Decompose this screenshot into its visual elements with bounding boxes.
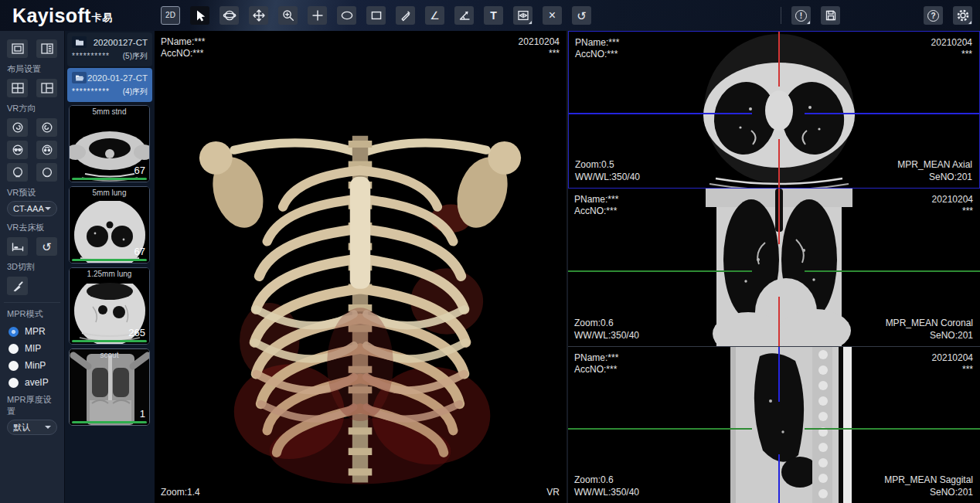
ellipse-tool-button[interactable] (337, 6, 356, 25)
rotate-3d-tool-button[interactable] (219, 6, 239, 25)
pan-icon (252, 8, 266, 22)
crosshair-tool-button[interactable] (308, 6, 327, 25)
overlay-study-date: 20210204 (932, 352, 973, 364)
thumbnail-label: 5mm lung (70, 189, 149, 197)
crosshair-v-line[interactable] (778, 189, 780, 244)
ellipse-tool-icon (340, 8, 354, 22)
mpr-mode-option-mip[interactable]: MIP (9, 343, 57, 354)
text-tool-button[interactable]: T (484, 6, 503, 25)
mpr-thickness-select[interactable]: 默认 (7, 420, 57, 435)
vr-viewport[interactable]: PName:*** AccNO:*** 20210204 *** Zoom:1.… (155, 31, 567, 503)
layout-grid-button[interactable] (7, 79, 28, 97)
thumbnail-image-count: 265 (128, 327, 145, 338)
vr-preset-select[interactable]: CT-AAA (7, 201, 57, 216)
crosshair-v-line[interactable] (778, 297, 780, 346)
pointer-tool-button[interactable] (190, 6, 209, 25)
mpr-mode-option-aveip[interactable]: aveIP (9, 377, 57, 388)
crosshair-v-line[interactable] (778, 347, 780, 402)
crosshair-v-line[interactable] (778, 454, 780, 503)
vr-head-left-button[interactable] (7, 118, 28, 137)
2d-mode-button[interactable]: 2D (161, 6, 180, 25)
mpr-axial-viewport[interactable]: PName:*** AccNO:*** 20210204 *** Zoom:0.… (568, 31, 980, 189)
overlay-zoom: Zoom:0.6 (574, 318, 614, 329)
thumbnail-image-count: 1 (140, 408, 145, 420)
save-button[interactable] (821, 6, 840, 25)
crosshair-v-line[interactable] (778, 32, 780, 87)
rectangle-tool-button[interactable] (366, 6, 386, 25)
folder-closed-icon (72, 36, 87, 48)
study-item[interactable]: 20200127-CT ********** (5)序列 (67, 32, 152, 66)
study-item-selected[interactable]: 2020-01-27-CT ********** (4)序列 (67, 68, 152, 102)
overlay-zoom: Zoom:0.5 (575, 159, 614, 171)
cut-3d-label: 3D切割 (7, 261, 57, 273)
crosshair-h-line[interactable] (805, 270, 980, 272)
thumbnail-image (70, 349, 150, 426)
overlay-render-mode: VR (546, 487, 560, 498)
crosshair-h-line[interactable] (569, 113, 752, 114)
layout-report-button[interactable] (36, 39, 57, 58)
layout-split-button[interactable] (36, 79, 57, 97)
mpr-sagittal-viewport[interactable]: PName:*** AccNO:*** 20210204 *** Zoom:0.… (568, 347, 980, 503)
vr-head-bottom-button[interactable] (36, 163, 57, 182)
crosshair-h-line[interactable] (568, 270, 752, 272)
overlay-masked: *** (962, 206, 973, 217)
save-icon (824, 8, 838, 22)
series-thumbnail-5mm-stnd[interactable]: 5mm stnd 67 (69, 105, 150, 182)
thumbnail-progress-bar (72, 340, 147, 342)
thumbnail-label: scout (70, 351, 149, 359)
study-series-count: (5)序列 (123, 51, 148, 62)
series-info-button[interactable]: ! (791, 6, 811, 25)
vr-head-front-button[interactable] (7, 141, 28, 159)
crosshair-v-line[interactable] (778, 139, 780, 188)
zoom-tool-button[interactable] (278, 6, 298, 25)
app-logo-suffix: 卡易 (92, 12, 113, 23)
angle-icon: ∠ (430, 10, 440, 21)
vr-head-back-button[interactable] (36, 141, 57, 159)
overlay-masked: *** (549, 48, 560, 59)
study-title: 2020-01-27-CT (87, 73, 148, 83)
series-thumbnail-scout[interactable]: scout 1 (69, 348, 150, 426)
vr-head-right-button[interactable] (36, 118, 57, 137)
window-level-tool-button[interactable] (513, 6, 533, 25)
settings-button[interactable] (953, 6, 972, 25)
reset-view-button[interactable]: ↺ (572, 6, 591, 25)
measure-line-tool-button[interactable] (396, 6, 415, 25)
overlay-plane-label: MPR_MEAN Coronal (886, 318, 973, 329)
cobb-angle-tool-button[interactable] (454, 6, 474, 25)
head-left-icon (11, 121, 25, 134)
head-back-icon (40, 144, 54, 157)
remove-bed-button[interactable] (7, 237, 28, 256)
series-thumbnail-5mm-lung[interactable]: 5mm lung 67 (69, 186, 150, 263)
pencil-icon (399, 8, 413, 22)
angle-tool-button[interactable]: ∠ (425, 6, 444, 25)
delete-annotation-button[interactable]: × (543, 6, 562, 25)
help-button[interactable]: ? (924, 6, 943, 25)
scalpel-button[interactable] (7, 277, 28, 295)
series-thumbnail-125mm-lung[interactable]: 1.25mm lung 265 (69, 267, 150, 345)
crosshair-h-line[interactable] (805, 113, 979, 114)
vr-head-top-button[interactable] (7, 163, 28, 182)
bed-reset-button[interactable]: ↺ (36, 237, 57, 256)
sidebar-divider (4, 302, 60, 303)
layout-single-button[interactable] (7, 39, 28, 58)
help-icon: ? (927, 10, 939, 22)
radio-label: aveIP (25, 377, 49, 388)
overlay-study-date: 20210204 (932, 194, 973, 206)
mpr-coronal-viewport[interactable]: PName:*** AccNO:*** 20210204 *** Zoom:0.… (568, 189, 980, 347)
mpr-mode-option-minp[interactable]: MinP (9, 360, 57, 371)
thumbnail-progress-bar (72, 178, 147, 180)
submenu-indicator (807, 21, 810, 24)
crosshair-h-line[interactable] (805, 428, 980, 430)
pointer-icon (193, 8, 207, 22)
vr-ribcage-render (194, 104, 526, 498)
overlay-series-number: SeNO:201 (930, 487, 973, 498)
overlay-window-level: WW/WL:350/40 (575, 172, 640, 183)
thumbnail-label: 1.25mm lung (70, 270, 149, 278)
submenu-indicator (529, 21, 532, 24)
crosshair-h-line[interactable] (568, 428, 752, 430)
rectangle-tool-icon (369, 8, 383, 22)
pan-tool-button[interactable] (249, 6, 268, 25)
radio-icon (9, 361, 19, 371)
mpr-mode-option-mpr[interactable]: MPR (9, 326, 57, 337)
viewport-divider (567, 31, 568, 503)
